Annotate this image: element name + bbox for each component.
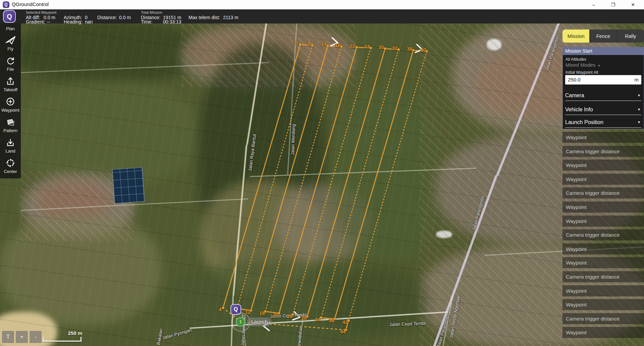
distance-value: 0.0 m [119,15,131,20]
sidebar-item-fly[interactable]: Fly [5,35,16,51]
map-zoom-buttons: T+- [2,331,42,343]
selected-waypoint-header: Selected Waypoint [26,10,56,14]
qgc-logo-icon[interactable]: Q [3,10,16,23]
fish-ponds [112,167,145,204]
mission-item[interactable]: Waypoint [562,327,644,338]
paper-plane-icon [5,35,16,45]
mission-item-list: WaypointCamera trigger distanceWaypointW… [562,132,644,346]
tab-rally[interactable]: Rally [617,30,644,43]
distance-label: Distance: [97,15,117,20]
plan-view-title: Plan [6,26,15,31]
section-label: Vehicle Info [565,107,593,112]
mission-item[interactable]: Camera trigger distance [562,229,644,240]
land-icon [5,137,15,148]
heading-value: nan [85,19,93,24]
section-label: Camera [565,93,584,98]
sync-icon [5,56,15,66]
mission-item[interactable]: Waypoint [562,299,644,310]
sidebar-item-file[interactable]: File [5,56,15,72]
sidebar-item-waypoint[interactable]: Waypoint [1,97,19,113]
mission-start-panel: All Altitudes Mixed Modes▼ Initial Waypo… [562,55,644,129]
mission-item[interactable]: Waypoint [562,257,644,268]
map-canvas[interactable] [0,23,644,346]
all-altitudes-label: All Altitudes [566,57,586,62]
sidebar-item-label: Takeoff [3,87,17,92]
sidebar-item-label: Waypoint [1,108,19,113]
launch-label: Launch [247,318,272,326]
mission-item[interactable]: Camera trigger distance [562,271,644,282]
plan-tools-sidebar: Plan Fly File Takeoff Waypoint Pattern L… [0,23,21,178]
chevron-down-icon: ▼ [637,105,641,115]
section-label: Launch Position [565,119,603,125]
sidebar-item-takeoff[interactable]: Takeoff [3,76,17,92]
sidebar-item-label: Land [6,149,15,154]
map-field-grid [0,23,644,346]
mission-time-value: 00:33:13 [163,19,181,24]
mission-item[interactable]: Waypoint [562,201,644,213]
gradient-label: Gradient: [26,19,45,24]
chevron-down-icon: ▼ [637,117,641,127]
sidebar-item-center[interactable]: Center [4,158,17,174]
window-titlebar: Q QGroundControl – ❐ ✕ [0,0,644,9]
gradient-value: -- [47,19,50,24]
chevron-down-icon: ▼ [637,91,641,101]
maximize-button[interactable]: ❐ [605,0,621,9]
total-mission-header: Total Mission [141,10,162,14]
map-button-+[interactable]: + [16,331,28,343]
chevron-down-icon: ▼ [597,64,600,67]
crosshair-icon [5,158,15,168]
mission-item[interactable]: Camera trigger distance [562,313,644,324]
mission-item[interactable]: Waypoint [562,216,644,227]
heading-label: Heading: [64,19,83,24]
initial-alt-unit: m [635,75,639,84]
section-launch-position[interactable]: Launch Position ▼ [565,117,641,128]
plan-panel-tabs: Mission Fence Rally [562,30,644,43]
mission-item[interactable]: Waypoint [562,132,644,143]
map-button--[interactable]: - [30,331,42,343]
mission-item[interactable]: Waypoint [562,174,644,185]
minimize-button[interactable]: – [586,0,601,9]
close-button[interactable]: ✕ [625,0,641,9]
mission-item[interactable]: Camera trigger distance [562,187,644,198]
takeoff-icon [5,76,15,86]
tab-mission[interactable]: Mission [562,30,590,43]
sidebar-item-pattern[interactable]: Pattern [3,117,17,133]
sidebar-item-label: Center [4,169,17,174]
mission-item[interactable]: Waypoint [562,160,644,171]
mission-item[interactable]: Waypoint [562,285,644,296]
initial-alt-value: 250.0 [568,75,581,84]
app-logo-icon: Q [3,1,9,8]
plus-circle-icon [5,97,15,107]
map-scale-label: 250 m [50,330,82,336]
altitude-mode-value: Mixed Modes [566,62,595,68]
mission-time-label: Time: [141,19,152,24]
sidebar-item-label: File [7,67,14,72]
mission-item[interactable]: Waypoint [562,243,644,254]
mission-start-header[interactable]: Mission Start [562,47,644,55]
initial-alt-field[interactable]: 250.0 m [565,75,641,84]
window-title: QGroundControl [12,1,49,7]
map-scale-bar [43,337,82,342]
sidebar-item-land[interactable]: Land [5,137,15,154]
layers-icon [5,117,15,127]
tab-fence[interactable]: Fence [590,30,617,43]
initial-alt-label: Initial Waypoint Alt [566,70,598,75]
mission-item[interactable]: Camera trigger distance [562,146,644,157]
altitude-mode-dropdown[interactable]: Mixed Modes▼ [566,62,600,68]
plan-toolbar: Q Selected Waypoint Alt diff: 0.0 m Azim… [0,9,644,23]
max-telem-value: 2113 m [223,15,238,20]
max-telem-label: Max telem dist: [189,15,220,20]
sidebar-item-label: Pattern [3,128,17,133]
sidebar-item-label: Fly [7,46,13,51]
launch-marker[interactable]: 1 [236,317,245,327]
section-camera[interactable]: Camera ▼ [565,91,641,101]
section-vehicle-info[interactable]: Vehicle Info ▼ [565,105,641,115]
map-button-T[interactable]: T [2,331,14,343]
